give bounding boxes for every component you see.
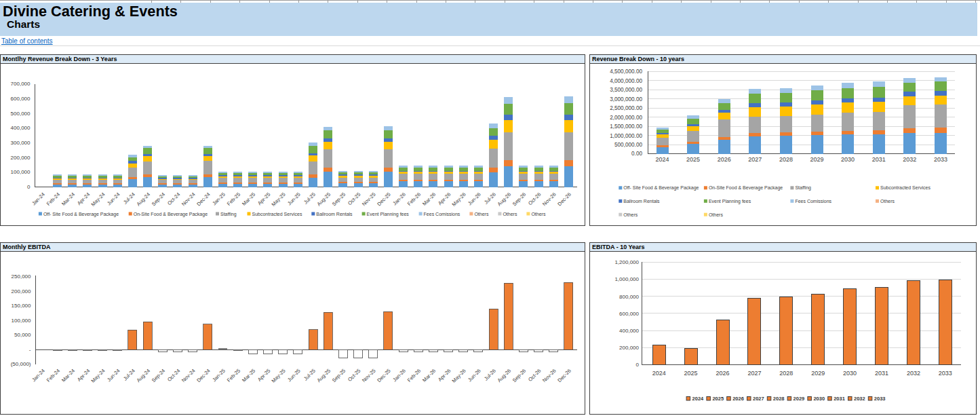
- svg-text:2026: 2026: [718, 156, 731, 163]
- svg-text:Jan-25: Jan-25: [211, 368, 227, 383]
- svg-text:Aug-24: Aug-24: [136, 368, 151, 383]
- svg-text:Jun-24: Jun-24: [106, 191, 121, 207]
- svg-text:Nov-26: Nov-26: [541, 191, 557, 207]
- svg-text:Dec-24: Dec-24: [195, 368, 211, 383]
- svg-text:2031: 2031: [834, 396, 845, 402]
- svg-text:2026: 2026: [732, 396, 744, 402]
- svg-text:2024: 2024: [692, 396, 705, 402]
- svg-text:0: 0: [27, 184, 31, 190]
- svg-text:Sep-26: Sep-26: [511, 191, 527, 207]
- svg-text:Dec-24: Dec-24: [195, 191, 211, 207]
- svg-text:2026: 2026: [716, 370, 729, 377]
- svg-text:Event Planning fees: Event Planning fees: [709, 199, 751, 204]
- svg-text:1,000,000: 1,000,000: [614, 276, 639, 282]
- svg-text:Feb-24: Feb-24: [45, 368, 61, 383]
- svg-text:Jul-26: Jul-26: [483, 191, 497, 206]
- svg-text:Feb-26: Feb-26: [406, 368, 422, 383]
- svg-text:2025: 2025: [712, 396, 724, 402]
- svg-text:Staffing: Staffing: [795, 185, 811, 191]
- svg-text:2024: 2024: [652, 370, 666, 377]
- svg-text:50,000: 50,000: [14, 332, 31, 338]
- svg-text:2033: 2033: [934, 156, 947, 163]
- svg-text:Jan-24: Jan-24: [31, 368, 46, 383]
- svg-text:Jun-26: Jun-26: [467, 368, 482, 383]
- svg-text:500,000: 500,000: [11, 111, 31, 117]
- svg-text:2030: 2030: [843, 370, 857, 377]
- svg-text:Ballroom Rentals: Ballroom Rentals: [623, 199, 660, 204]
- svg-text:Oct-26: Oct-26: [527, 191, 542, 206]
- svg-text:2029: 2029: [811, 370, 825, 377]
- svg-text:Others: Others: [623, 212, 638, 217]
- svg-text:Jul-24: Jul-24: [122, 368, 136, 382]
- svg-text:Nov-26: Nov-26: [541, 368, 557, 383]
- svg-text:Sep-26: Sep-26: [511, 368, 527, 383]
- svg-text:2032: 2032: [907, 370, 920, 377]
- svg-text:Oct-24: Oct-24: [166, 191, 181, 206]
- svg-text:Ballroom Rentals: Ballroom Rentals: [316, 212, 353, 216]
- svg-text:800,000: 800,000: [619, 294, 639, 300]
- svg-text:1,200,000: 1,200,000: [614, 259, 639, 265]
- svg-text:2032: 2032: [854, 396, 865, 402]
- svg-text:Event Planning fees: Event Planning fees: [367, 212, 410, 217]
- svg-text:Sep-25: Sep-25: [331, 191, 347, 207]
- svg-text:300,000: 300,000: [11, 140, 31, 146]
- svg-text:Aug-26: Aug-26: [496, 191, 512, 207]
- svg-text:500,000.00: 500,000.00: [614, 142, 642, 148]
- svg-text:Others: Others: [503, 212, 517, 216]
- svg-text:Feb-26: Feb-26: [406, 191, 422, 207]
- svg-text:2029: 2029: [810, 156, 823, 163]
- svg-text:(50,000): (50,000): [11, 361, 31, 367]
- svg-text:Mar-25: Mar-25: [241, 368, 256, 383]
- svg-text:Oct-25: Oct-25: [347, 368, 361, 383]
- svg-text:Jul-25: Jul-25: [302, 191, 317, 206]
- svg-text:600,000: 600,000: [11, 96, 31, 102]
- svg-text:700,000: 700,000: [11, 81, 31, 87]
- svg-text:1,500,000.00: 1,500,000.00: [610, 124, 642, 130]
- svg-text:2033: 2033: [874, 396, 886, 402]
- svg-text:On-Site Food & Beverage Packag: On-Site Food & Beverage Package: [709, 185, 783, 191]
- svg-text:Off- Site Food & Beverage Pack: Off- Site Food & Beverage Package: [43, 212, 119, 217]
- svg-text:Aug-25: Aug-25: [316, 368, 332, 383]
- svg-text:Feb-24: Feb-24: [45, 191, 61, 207]
- svg-text:Mar-25: Mar-25: [241, 191, 256, 207]
- svg-text:2032: 2032: [903, 156, 916, 163]
- svg-text:3,000,000.00: 3,000,000.00: [610, 96, 642, 102]
- svg-text:0: 0: [636, 362, 640, 368]
- svg-text:Sep-25: Sep-25: [331, 368, 347, 383]
- svg-text:Mar-26: Mar-26: [421, 368, 437, 383]
- svg-text:Nov-25: Nov-25: [361, 368, 376, 383]
- svg-text:Apr-26: Apr-26: [437, 191, 452, 206]
- svg-text:Apr-25: Apr-25: [256, 368, 271, 383]
- svg-text:Fees Comissions: Fees Comissions: [424, 212, 460, 216]
- svg-text:May-25: May-25: [270, 191, 286, 208]
- svg-text:Jun-26: Jun-26: [467, 191, 482, 207]
- svg-text:400,000: 400,000: [11, 125, 31, 131]
- svg-text:2030: 2030: [813, 396, 825, 402]
- svg-text:Oct-25: Oct-25: [347, 191, 361, 206]
- svg-text:Subcontracted Services: Subcontracted Services: [880, 185, 930, 190]
- svg-text:Apr-26: Apr-26: [437, 368, 452, 383]
- svg-text:Jun-25: Jun-25: [286, 368, 302, 383]
- svg-text:Others: Others: [709, 212, 724, 217]
- svg-text:Jul-24: Jul-24: [122, 191, 136, 206]
- svg-text:Oct-26: Oct-26: [527, 368, 542, 383]
- svg-text:On-Site Food & Beverage Packag: On-Site Food & Beverage Package: [134, 212, 208, 217]
- svg-text:2030: 2030: [841, 156, 855, 163]
- svg-text:4,000,000.00: 4,000,000.00: [610, 78, 642, 84]
- svg-text:May-25: May-25: [270, 368, 286, 384]
- svg-text:2027: 2027: [747, 370, 761, 377]
- svg-text:2028: 2028: [779, 370, 793, 377]
- svg-text:Staffing: Staffing: [220, 212, 237, 217]
- svg-text:2025: 2025: [684, 370, 698, 377]
- svg-text:150,000: 150,000: [12, 303, 31, 309]
- svg-text:May-24: May-24: [90, 368, 106, 384]
- svg-text:Feb-25: Feb-25: [226, 368, 241, 383]
- svg-text:4,500,000.00: 4,500,000.00: [610, 69, 642, 75]
- svg-text:2029: 2029: [793, 396, 805, 402]
- svg-text:2027: 2027: [748, 156, 762, 163]
- svg-text:Aug-25: Aug-25: [316, 191, 332, 207]
- svg-text:2027: 2027: [753, 396, 764, 402]
- svg-text:100,000: 100,000: [11, 169, 31, 175]
- svg-text:Nov-24: Nov-24: [180, 191, 196, 207]
- svg-text:Jul-25: Jul-25: [302, 368, 317, 382]
